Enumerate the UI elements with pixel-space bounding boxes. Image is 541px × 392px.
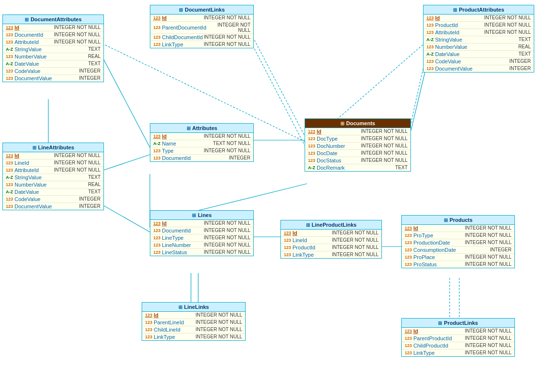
table-header-products: ⊞ Products (402, 216, 514, 225)
table-row: 123 Id INTEGER NOT NULL (305, 128, 410, 135)
table-header-linelinks: ⊞ LineLinks (142, 303, 245, 312)
erd-diagram: ⊞ DocumentAttributes 123 Id INTEGER NOT … (0, 0, 541, 392)
table-row: 123 Id INTEGER NOT NULL (402, 328, 514, 335)
table-row: 123 DocumentValue INTEGER (424, 65, 534, 72)
table-documents: ⊞ Documents 123 Id INTEGER NOT NULL 123 … (305, 118, 411, 172)
table-lineproductlinks: ⊞ LineProductLinks 123 Id INTEGER NOT NU… (280, 220, 382, 259)
table-header-attributes: ⊞ Attributes (150, 124, 253, 133)
table-row: A-Z DateValue TEXT (3, 189, 103, 196)
table-row: A-Z StringValue TEXT (3, 46, 103, 53)
svg-line-6 (99, 155, 150, 172)
table-row: 123 DocumentId INTEGER NOT NULL (150, 227, 253, 234)
table-row: 123 ProductId INTEGER NOT NULL (424, 22, 534, 29)
table-row: 123 ConsumptionDate INTEGER (402, 247, 514, 254)
table-row: 123 Id INTEGER NOT NULL (402, 225, 514, 232)
table-products: ⊞ Products 123 Id INTEGER NOT NULL 123 P… (401, 215, 515, 268)
table-row: 123 LinkType INTEGER NOT NULL (150, 41, 253, 48)
table-row: 123 LinkType INTEGER NOT NULL (142, 334, 245, 340)
table-row: 123 Type INTEGER NOT NULL (150, 147, 253, 155)
table-row: 123 AttributeId INTEGER NOT NULL (424, 29, 534, 36)
table-icon: ⊞ (187, 126, 190, 131)
table-productlinks: ⊞ ProductLinks 123 Id INTEGER NOT NULL 1… (401, 318, 515, 357)
table-lines: ⊞ Lines 123 Id INTEGER NOT NULL 123 Docu… (150, 210, 254, 256)
table-row: 123 ChildLineId INTEGER NOT NULL (142, 326, 245, 334)
table-icon: ⊞ (179, 7, 183, 13)
table-row: 123 LineStatus INTEGER NOT NULL (150, 249, 253, 256)
table-row: 123 ProType INTEGER NOT NULL (402, 232, 514, 239)
table-row: A-Z Name TEXT NOT NULL (150, 140, 253, 147)
table-row: 123 Id INTEGER NOT NULL (3, 152, 103, 160)
table-row: 123 DocNumber INTEGER NOT NULL (305, 143, 410, 150)
table-row: A-Z DocRemark TEXT (305, 164, 410, 171)
table-row: 123 DocStatus INTEGER NOT NULL (305, 157, 410, 164)
table-row: 123 Id INTEGER NOT NULL (142, 312, 245, 319)
table-row: 123 AttributeId INTEGER NOT NULL (3, 167, 103, 174)
table-row: 123 ParentLineId INTEGER NOT NULL (142, 319, 245, 326)
svg-line-0 (99, 51, 150, 147)
table-row: 123 ProductionDate INTEGER NOT NULL (402, 239, 514, 247)
table-icon: ⊞ (453, 7, 457, 13)
table-row: 123 DocumentValue INTEGER (3, 203, 103, 210)
table-row: 123 ChildProductId INTEGER NOT NULL (402, 342, 514, 349)
table-row: 123 Id INTEGER NOT NULL (424, 15, 534, 22)
table-header-productlinks: ⊞ ProductLinks (402, 319, 514, 328)
table-row: 123 DocType INTEGER NOT NULL (305, 135, 410, 143)
table-icon: ⊞ (340, 121, 344, 126)
table-header-lines: ⊞ Lines (150, 211, 253, 220)
table-row: A-Z DateValue TEXT (3, 60, 103, 68)
table-row: 123 LinkType INTEGER NOT NULL (281, 251, 381, 258)
table-icon: ⊞ (192, 213, 196, 218)
table-icon: ⊞ (438, 320, 442, 326)
table-row: 123 NumberValue REAL (3, 181, 103, 189)
table-row: 123 CodeValue INTEGER (424, 58, 534, 65)
svg-line-5 (411, 70, 425, 131)
table-header-documentlinks: ⊞ DocumentLinks (150, 5, 253, 15)
table-row: 123 CodeValue INTEGER (3, 196, 103, 203)
table-row: 123 DocDate INTEGER NOT NULL (305, 150, 410, 157)
table-icon: ⊞ (444, 218, 448, 223)
table-row: 123 Id INTEGER NOT NULL (150, 15, 253, 22)
table-row: 123 AttributeId INTEGER NOT NULL (3, 39, 103, 46)
table-row: 123 DocumentId INTEGER NOT NULL (3, 31, 103, 39)
table-header-documentattributes: ⊞ DocumentAttributes (3, 15, 103, 24)
svg-line-18 (99, 203, 150, 232)
table-icon: ⊞ (25, 17, 29, 22)
table-row: 123 LineNumber INTEGER NOT NULL (150, 242, 253, 249)
table-row: 123 CodeValue INTEGER (3, 68, 103, 75)
table-row: 123 LineType INTEGER NOT NULL (150, 234, 253, 242)
table-row: A-Z StringValue TEXT (424, 36, 534, 44)
table-row: A-Z DateValue TEXT (424, 51, 534, 58)
table-header-documents: ⊞ Documents (305, 119, 410, 128)
table-row: 123 NumberValue REAL (3, 53, 103, 60)
svg-line-2 (247, 25, 307, 140)
svg-line-3 (247, 34, 307, 150)
table-row: 123 ChildDocumentId INTEGER NOT NULL (150, 34, 253, 41)
table-header-lineproductlinks: ⊞ LineProductLinks (281, 220, 381, 230)
table-row: 123 DocumentId INTEGER (150, 155, 253, 161)
table-row: 123 Id INTEGER NOT NULL (281, 230, 381, 237)
table-lineattributes: ⊞ LineAttributes 123 Id INTEGER NOT NULL… (2, 143, 104, 210)
table-row: 123 Id INTEGER NOT NULL (150, 133, 253, 140)
table-header-lineattributes: ⊞ LineAttributes (3, 143, 103, 152)
table-row: 123 ProPlace INTEGER NOT NULL (402, 254, 514, 261)
table-row: 123 NumberValue REAL (424, 44, 534, 51)
table-row: A-Z StringValue TEXT (3, 174, 103, 181)
table-row: 123 LinkType INTEGER NOT NULL (402, 349, 514, 356)
table-row: 123 ParentDocumentId INTEGER NOT NULL (150, 22, 253, 34)
table-attributes: ⊞ Attributes 123 Id INTEGER NOT NULL A-Z… (150, 123, 254, 162)
table-icon: ⊞ (32, 145, 36, 150)
table-row: 123 LineId INTEGER NOT NULL (3, 160, 103, 167)
table-row: 123 DocumentValue INTEGER (3, 75, 103, 82)
table-icon: ⊞ (306, 222, 310, 228)
table-productattributes: ⊞ ProductAttributes 123 Id INTEGER NOT N… (423, 5, 534, 73)
table-row: 123 ParentProductId INTEGER NOT NULL (402, 335, 514, 342)
table-row: 123 ProStatus INTEGER NOT NULL (402, 261, 514, 268)
table-header-productattributes: ⊞ ProductAttributes (424, 5, 534, 15)
table-row: 123 Id INTEGER NOT NULL (150, 220, 253, 227)
table-linelinks: ⊞ LineLinks 123 Id INTEGER NOT NULL 123 … (142, 302, 246, 341)
table-documentattributes: ⊞ DocumentAttributes 123 Id INTEGER NOT … (2, 15, 104, 82)
table-row: 123 LineId INTEGER NOT NULL (281, 237, 381, 244)
table-row: 123 Id INTEGER NOT NULL (3, 24, 103, 31)
table-icon: ⊞ (178, 305, 182, 310)
table-documentlinks: ⊞ DocumentLinks 123 Id INTEGER NOT NULL … (150, 5, 254, 48)
